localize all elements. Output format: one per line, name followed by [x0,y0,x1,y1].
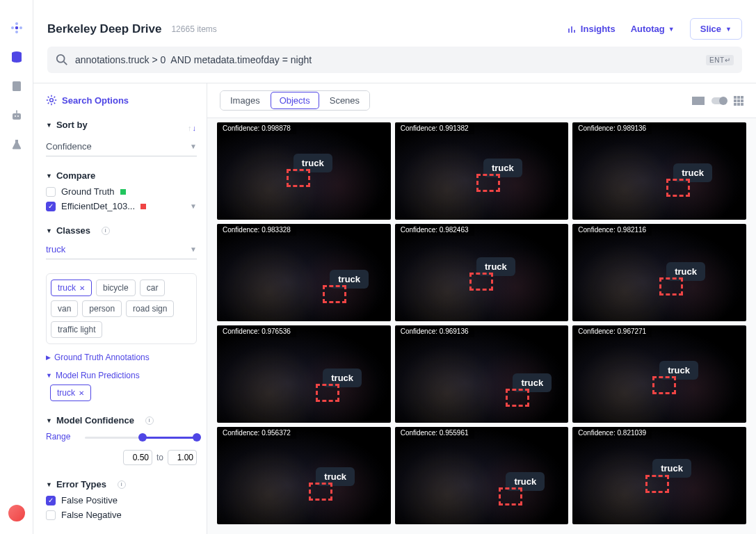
view-single-icon[interactable] [692,97,705,105]
book-icon[interactable] [10,79,24,93]
confidence-to[interactable] [168,450,197,465]
view-grid-icon[interactable] [734,96,743,106]
compare-ground-truth[interactable]: Ground Truth [46,186,197,197]
chip-car[interactable]: car [140,280,166,296]
database-icon[interactable] [10,50,24,64]
errors-section: ▼Error Types i ✓False Positive False Neg… [46,479,197,520]
search-bar[interactable]: ENT↵ [47,47,742,73]
tab-scenes[interactable]: Scenes [320,91,369,110]
false-negative-checkbox[interactable]: False Negative [46,510,197,520]
svg-point-11 [16,111,17,112]
confidence-label: Confidence: 0.983328 [217,224,296,236]
confidence-label: Confidence: 0.982463 [395,224,474,236]
autotag-button[interactable]: Autotag ▼ [631,24,675,34]
svg-rect-7 [13,113,21,120]
svg-point-12 [57,55,65,63]
class-select[interactable]: truck▼ [46,241,197,259]
bbox [652,376,676,394]
errors-header[interactable]: ▼Error Types i [46,479,197,490]
close-icon[interactable]: ✕ [79,389,84,397]
bbox [506,389,529,407]
sort-select[interactable]: Confidence▼ [46,138,197,156]
bbox [323,285,346,303]
bbox [645,475,669,493]
confidence-label: Confidence: 0.998878 [217,122,296,134]
gallery-card[interactable]: Confidence: 0.982463truck [395,224,569,321]
compare-header[interactable]: ▼Compare [46,170,197,181]
confidence-header[interactable]: ▼Model Confidence i [46,415,197,426]
logo-icon[interactable] [10,21,24,35]
gallery-card[interactable]: Confidence: 0.956372truck [217,427,391,524]
confidence-slider[interactable] [85,433,197,443]
confidence-label: Confidence: 0.969136 [395,325,474,337]
gallery-card[interactable]: Confidence: 0.969136truck [395,325,569,423]
model-run-link[interactable]: ▼Model Run Predictions [46,371,197,380]
false-positive-checkbox[interactable]: ✓False Positive [46,495,197,505]
bbox [659,277,683,296]
gear-icon [46,95,57,106]
svg-point-0 [15,22,18,25]
svg-point-8 [15,115,16,117]
chip-truck[interactable]: truck✕ [51,280,92,296]
bbox [469,273,493,291]
confidence-label: Confidence: 0.821039 [572,427,652,439]
gallery-card[interactable]: Confidence: 0.991382truck [395,122,569,220]
svg-point-3 [15,31,18,33]
sort-header[interactable]: ▼Sort by [46,120,88,130]
avatar[interactable] [8,505,25,521]
gallery-toolbar: Images Objects Scenes [207,83,756,118]
classes-header[interactable]: ▼Classes i [46,225,197,236]
gallery-card[interactable]: Confidence: 0.983328truck [217,224,391,321]
gallery-card[interactable]: Confidence: 0.998878truck [217,122,391,220]
tab-images[interactable]: Images [220,91,270,110]
view-tabs: Images Objects Scenes [220,90,370,111]
confidence-from[interactable] [123,450,152,465]
gallery-card[interactable]: Confidence: 0.982116truck [572,224,746,321]
chevron-down-icon: ▼ [668,26,675,33]
chip-person[interactable]: person [82,300,122,317]
gallery-card[interactable]: Confidence: 0.967271truck [572,325,746,423]
info-icon: i [118,480,126,489]
compare-section: ▼Compare Ground Truth ✓ EfficientDet_103… [46,170,197,211]
view-toggle-icon[interactable] [711,97,727,104]
gallery-card[interactable]: Confidence: 0.976536truck [217,325,391,423]
compare-efficientdet[interactable]: ✓ EfficientDet_103... ▼ [46,201,197,211]
sort-direction[interactable]: ↑↓ [188,124,197,132]
close-icon[interactable]: ✕ [79,284,85,292]
robot-icon[interactable] [10,108,24,122]
chip-van[interactable]: van [51,300,78,317]
insights-button[interactable]: Insights [568,24,616,34]
chip-mr-truck[interactable]: truck✕ [50,385,91,401]
gallery-card[interactable]: Confidence: 0.989136truck [572,122,746,220]
sidebar: Search Options ▼Sort by ↑↓ Confidence▼ ▼… [33,83,207,534]
nav-rail [0,0,33,534]
gallery-card[interactable]: Confidence: 0.955961truck [395,427,569,524]
confidence-label: Confidence: 0.982116 [572,224,652,236]
gallery-card[interactable]: Confidence: 0.821039truck [572,427,746,524]
gt-annotations-link[interactable]: ▶Ground Truth Annotations [46,353,197,362]
confidence-label: Confidence: 0.967271 [572,325,652,337]
confidence-label: Confidence: 0.976536 [217,325,296,337]
info-icon: i [145,416,154,425]
tab-objects[interactable]: Objects [271,92,319,109]
bbox [316,384,339,402]
search-options-link[interactable]: Search Options [46,95,197,106]
bbox [476,174,500,192]
flask-icon[interactable] [10,138,24,152]
chip-traffic-light[interactable]: traffic light [51,321,102,338]
bbox [287,169,310,187]
bbox [499,487,522,505]
chevron-down-icon[interactable]: ▼ [190,202,197,210]
search-input[interactable] [75,54,699,65]
chart-icon [568,24,577,34]
info-icon: i [102,227,110,235]
chip-bicycle[interactable]: bicycle [96,280,136,296]
chip-road-sign[interactable]: road sign [126,300,174,317]
header: Berkeley Deep Drive 12665 items Insights… [33,0,756,47]
chevron-down-icon: ▼ [725,26,732,33]
sort-section: ▼Sort by ↑↓ Confidence▼ [46,120,197,156]
svg-point-14 [50,99,54,102]
enter-hint: ENT↵ [706,55,734,65]
svg-point-2 [19,26,22,29]
slice-button[interactable]: Slice ▼ [690,18,742,40]
